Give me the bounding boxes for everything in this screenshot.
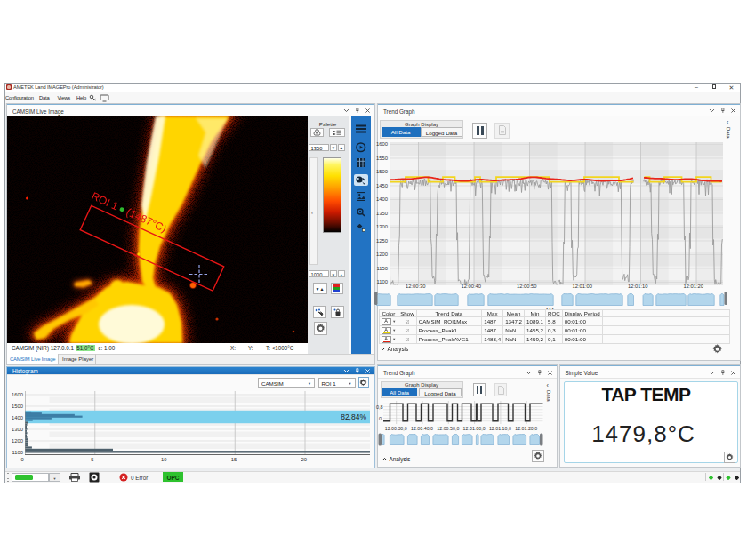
svg-text:82,84%: 82,84% — [341, 412, 366, 421]
